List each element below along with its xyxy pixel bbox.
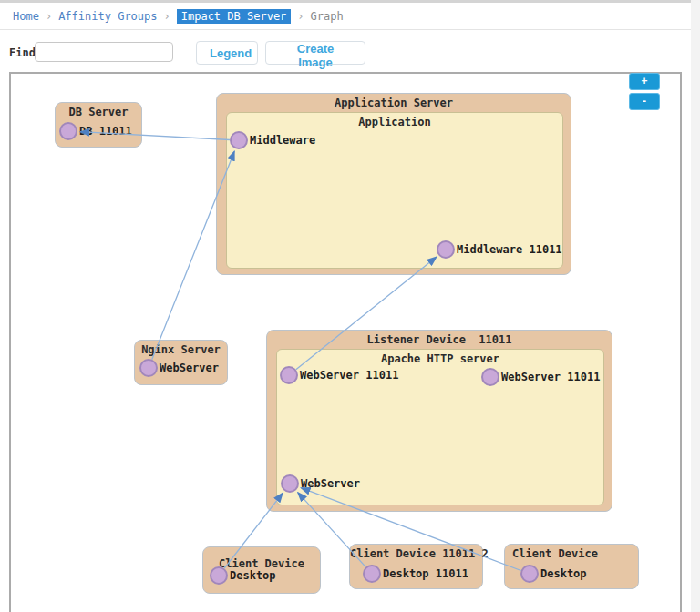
breadcrumb-item-3: Graph bbox=[311, 10, 344, 23]
scrollbar-gutter[interactable] bbox=[691, 0, 700, 612]
node-webserver-11011-left[interactable] bbox=[280, 366, 298, 384]
inner-group-title-listener-device: Apache HTTP server bbox=[277, 350, 603, 365]
breadcrumb-separator: › bbox=[46, 10, 52, 23]
node-label-webserver-11011-right: WebServer 11011 bbox=[501, 370, 600, 384]
node-label-nginx-webserver: WebServer bbox=[160, 361, 219, 375]
node-label-middleware: Middleware bbox=[250, 133, 315, 148]
group-title-listener-device: Listener Device 11011 bbox=[267, 331, 612, 346]
group-title-nginx-server: Nginx Server bbox=[135, 341, 227, 356]
node-middleware-11011[interactable] bbox=[437, 240, 455, 259]
node-desktop-2[interactable] bbox=[363, 565, 381, 583]
node-label-webserver: WebServer bbox=[301, 476, 360, 491]
node-desktop-3[interactable] bbox=[520, 565, 539, 583]
node-label-desktop-3: Desktop bbox=[540, 566, 587, 581]
node-label-desktop-1: Desktop bbox=[230, 568, 276, 583]
node-nginx-webserver[interactable] bbox=[139, 359, 158, 377]
group-title-application-server: Application Server bbox=[217, 94, 571, 109]
node-db-11011[interactable] bbox=[59, 122, 77, 140]
node-desktop-1[interactable] bbox=[210, 566, 228, 585]
node-label-db-11011: DB 11011 bbox=[79, 124, 132, 138]
graph-viewport[interactable]: + - DB ServerDB 11011Application ServerA… bbox=[9, 72, 682, 612]
breadcrumb-separator: › bbox=[164, 10, 170, 23]
inner-group-title-application-server: Application bbox=[227, 113, 562, 128]
node-label-middleware-11011: Middleware 11011 bbox=[457, 242, 562, 257]
node-middleware[interactable] bbox=[230, 131, 248, 149]
find-label: Find bbox=[9, 46, 36, 59]
zoom-out-button[interactable]: - bbox=[629, 93, 660, 110]
breadcrumb: Home›Affinity Groups›Impact DB Server›Gr… bbox=[0, 3, 691, 30]
node-webserver-11011-right[interactable] bbox=[481, 368, 499, 386]
group-title-client-device-3: Client Device bbox=[505, 545, 638, 560]
legend-button[interactable]: Legend bbox=[196, 41, 258, 65]
zoom-controls: + - bbox=[629, 73, 660, 110]
zoom-in-button[interactable]: + bbox=[629, 73, 660, 90]
find-input[interactable] bbox=[35, 42, 173, 62]
breadcrumb-item-1[interactable]: Affinity Groups bbox=[58, 10, 157, 23]
create-image-button[interactable]: Create Image bbox=[265, 41, 365, 65]
group-title-client-device-2: Client Device 11011 2 bbox=[350, 545, 482, 560]
node-label-desktop-2: Desktop 11011 bbox=[383, 566, 468, 581]
node-webserver[interactable] bbox=[281, 474, 299, 493]
breadcrumb-item-0[interactable]: Home bbox=[13, 10, 39, 23]
node-label-webserver-11011-left: WebServer 11011 bbox=[300, 368, 398, 382]
graph-canvas[interactable]: + - DB ServerDB 11011Application ServerA… bbox=[11, 74, 680, 612]
breadcrumb-item-2[interactable]: Impact DB Server bbox=[177, 9, 292, 24]
breadcrumb-separator: › bbox=[297, 10, 304, 23]
group-title-db-server: DB Server bbox=[56, 103, 141, 118]
